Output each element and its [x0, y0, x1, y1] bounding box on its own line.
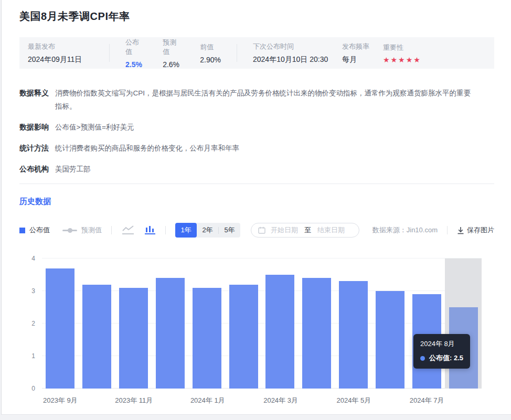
date-range-picker[interactable]: 开始日期 至 结束日期	[251, 223, 359, 238]
end-date-input[interactable]: 结束日期	[317, 225, 345, 235]
bar-cell	[262, 259, 299, 389]
chart-x-axis: 2023年 9月2023年 11月2024年 1月2024年 3月2024年 5…	[42, 396, 482, 405]
details-section: 数据释义 消费物价指数英文缩写为CPI，是根据与居民生活有关的产品及劳务价格统计…	[19, 87, 494, 176]
bar-2024年 6月[interactable]	[376, 291, 404, 389]
detail-text: 统计消费者购买的商品和服务的价格变化，公布月率和年率	[55, 142, 239, 155]
line-chart-icon[interactable]	[121, 225, 135, 235]
bar-2024年 5月[interactable]	[339, 281, 368, 389]
next-release-value: 2024年10月10日 20:30	[253, 55, 342, 64]
forecast-label: 预测值	[163, 38, 182, 57]
tab-1year[interactable]: 1年	[175, 223, 197, 238]
importance: 重要性 ★★★★★	[383, 43, 421, 63]
bar-cell	[152, 259, 188, 389]
x-tick-label: 2024年 3月	[262, 396, 299, 405]
values-group: 公布值 2.5% 预测值 2.6% 前值 2.90%	[110, 38, 237, 69]
latest-release-value: 2024年09月11日	[28, 55, 109, 64]
frequency-value: 每月	[342, 55, 383, 64]
tab-2year[interactable]: 2年	[197, 223, 218, 238]
detail-row-method: 统计方法 统计消费者购买的商品和服务的价格变化，公布月率和年率	[19, 142, 494, 155]
data-source-label: 数据来源：Jin10.com	[372, 225, 438, 235]
legend-line-dot-icon	[62, 230, 77, 231]
x-tick-label: 2024年 7月	[409, 396, 445, 405]
importance-stars: ★★★★★	[383, 56, 421, 63]
next-release-label: 下次公布时间	[253, 42, 342, 51]
chart-plot	[42, 259, 482, 389]
bar-2024年 4月[interactable]	[302, 278, 331, 389]
bar-cell	[335, 259, 372, 389]
legend-published[interactable]: 公布值	[19, 225, 50, 235]
bar-cell	[371, 259, 408, 389]
detail-label: 数据影响	[19, 121, 55, 134]
bar-cell	[408, 259, 445, 389]
x-tick-label	[372, 396, 409, 405]
chart-type-switch	[121, 225, 156, 235]
importance-label: 重要性	[383, 43, 421, 52]
x-tick-label	[445, 396, 482, 405]
detail-text: 消费物价指数英文缩写为CPI，是根据与居民生活有关的产品及劳务价格统计出来的物价…	[55, 87, 475, 113]
tooltip-row: 公布值: 2.5	[420, 353, 463, 363]
calendar-icon	[258, 227, 265, 234]
detail-text: 美国劳工部	[55, 163, 91, 176]
y-tick-label: 4	[31, 255, 35, 262]
bar-cell	[225, 259, 262, 389]
toolbar-divider	[165, 226, 166, 234]
x-tick-label	[79, 396, 115, 405]
bar-2024年 2月[interactable]	[229, 285, 258, 389]
tab-5year[interactable]: 5年	[219, 223, 240, 238]
published-value: 公布值 2.5%	[125, 38, 145, 69]
legend-square-icon	[19, 228, 25, 233]
next-release: 下次公布时间 2024年10月10日 20:30	[237, 42, 342, 64]
published-number: 2.5%	[125, 60, 145, 69]
history-data-link[interactable]: 历史数据	[19, 197, 51, 207]
previous-label: 前值	[200, 42, 221, 52]
detail-row-definition: 数据释义 消费物价指数英文缩写为CPI，是根据与居民生活有关的产品及劳务价格统计…	[19, 87, 494, 113]
x-tick-label	[153, 396, 189, 405]
history-chart: 01234 2023年 9月2023年 11月2024年 1月2024年 3月2…	[19, 248, 493, 414]
frequency-label: 发布频率	[342, 42, 383, 51]
download-icon	[457, 227, 464, 234]
legend-forecast[interactable]: 预测值	[62, 225, 102, 235]
page-title: 美国8月未季调CPI年率	[19, 0, 494, 24]
detail-label: 数据释义	[19, 87, 55, 113]
detail-row-agency: 公布机构 美国劳工部	[19, 163, 494, 176]
x-tick-label: 2023年 11月	[115, 396, 153, 405]
legend-published-label: 公布值	[29, 225, 50, 235]
summary-bar: 最新发布 2024年09月11日 公布值 2.5% 预测值 2.6% 前值 2.…	[19, 37, 494, 69]
save-image-button[interactable]: 保存图片	[457, 225, 494, 235]
content-card: 美国8月未季调CPI年率 最新发布 2024年09月11日 公布值 2.5% 预…	[1, 0, 511, 415]
frequency: 发布频率 每月	[342, 42, 383, 64]
bar-2023年 11月[interactable]	[119, 288, 148, 389]
bar-2023年 9月[interactable]	[46, 268, 74, 389]
bar-cell	[115, 259, 152, 389]
y-tick-label: 3	[31, 287, 35, 295]
x-tick-label: 2024年 1月	[189, 396, 226, 405]
x-tick-label: 2024年 5月	[336, 396, 372, 405]
chart-toolbar: 公布值 预测值 1年	[19, 223, 494, 238]
highlight-band	[445, 259, 482, 389]
detail-row-impact: 数据影响 公布值>预测值=利好美元	[19, 121, 494, 134]
bar-cell	[299, 259, 335, 389]
chart-y-axis: 01234	[19, 259, 38, 389]
bar-cell	[42, 259, 79, 389]
bar-2024年 1月[interactable]	[193, 288, 221, 389]
chart-tooltip: 2024年 8月 公布值: 2.5	[413, 334, 470, 369]
toolbar-divider	[447, 226, 448, 234]
y-tick-label: 1	[31, 352, 35, 360]
start-date-input[interactable]: 开始日期	[271, 225, 298, 235]
range-tabs: 1年 2年 5年	[175, 223, 240, 238]
bar-cell	[188, 259, 225, 389]
previous-number: 2.90%	[200, 56, 221, 64]
bar-2024年 3月[interactable]	[265, 275, 294, 389]
bar-2023年 10月[interactable]	[82, 285, 111, 389]
tooltip-value: 公布值: 2.5	[429, 353, 463, 363]
save-image-label: 保存图片	[467, 225, 494, 235]
bars-container	[42, 259, 482, 389]
bar-2023年 12月[interactable]	[156, 278, 185, 389]
bar-chart-icon[interactable]	[144, 225, 156, 235]
forecast-number: 2.6%	[163, 60, 182, 69]
forecast-value: 预测值 2.6%	[163, 38, 182, 69]
previous-value: 前值 2.90%	[200, 38, 221, 69]
x-tick-label	[226, 396, 263, 405]
bar-cell	[79, 259, 115, 389]
y-tick-label: 2	[31, 320, 35, 327]
